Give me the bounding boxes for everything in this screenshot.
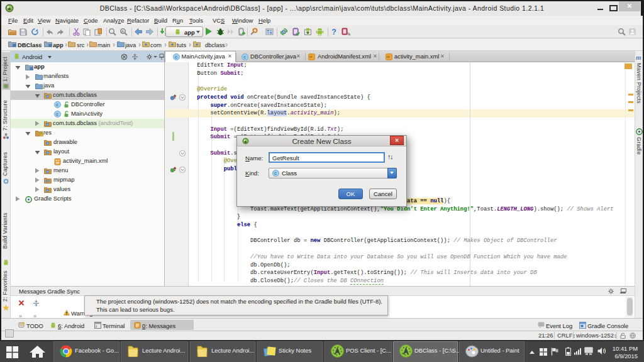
svg-text:‹›: ‹›: [387, 55, 390, 59]
svg-text:c: c: [56, 111, 58, 117]
svg-text:‹›: ‹›: [309, 55, 313, 59]
svg-text:A: A: [121, 30, 124, 33]
svg-text:c: c: [243, 54, 246, 60]
svg-text:c: c: [175, 54, 177, 60]
svg-text:c: c: [274, 170, 277, 176]
svg-text:c: c: [56, 102, 58, 107]
